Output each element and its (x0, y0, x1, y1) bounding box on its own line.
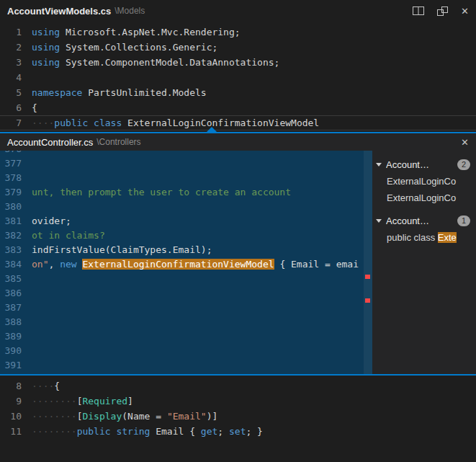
code-text: namespace PartsUnlimited.Models (32, 85, 207, 100)
open-changes-icon[interactable] (437, 6, 448, 16)
line-number: 381 (0, 214, 22, 228)
active-file-path: \Models (114, 6, 145, 16)
reference-group-label: Account… (386, 159, 429, 170)
code-text: using System.ComponentModel.DataAnnotati… (32, 55, 279, 70)
reference-count-badge: 1 (457, 216, 470, 226)
code-line[interactable]: 391 (0, 358, 372, 373)
code-line[interactable]: 380 (0, 200, 372, 214)
peek-scrollbar[interactable] (364, 151, 372, 374)
code-line[interactable]: 378 (0, 171, 372, 185)
line-number: 380 (0, 200, 22, 214)
split-editor-icon[interactable] (413, 6, 424, 15)
code-token: set (229, 426, 246, 437)
line-number: 4 (0, 70, 22, 85)
code-token: )] (207, 411, 218, 422)
close-peek-icon[interactable]: ✕ (461, 138, 469, 147)
line-number: 3 (0, 55, 22, 70)
code-token (88, 117, 94, 128)
line-number: 8 (0, 378, 22, 394)
code-token: using (32, 42, 60, 53)
code-line[interactable]: 381ovider; (0, 214, 372, 228)
code-line[interactable]: 1using Microsoft.AspNet.Mvc.Rendering; (0, 25, 476, 40)
line-number: 391 (0, 358, 22, 373)
code-line[interactable]: 392 (0, 373, 372, 374)
code-token: Required (82, 396, 127, 407)
code-line[interactable]: 377 (0, 156, 372, 171)
code-token: new (60, 259, 76, 270)
twistie-expanded-icon[interactable] (376, 163, 382, 166)
code-line[interactable]: 5namespace PartsUnlimited.Models (0, 85, 476, 100)
code-text: ········public string Email { get; set; … (32, 424, 263, 439)
code-line[interactable]: 10········[Display(Name = "Email")] (0, 409, 476, 424)
line-number: 388 (0, 315, 22, 329)
editor-bottom-section[interactable]: 8····{9········[Required]10········[Disp… (0, 376, 476, 439)
line-number: 384 (0, 257, 22, 272)
code-line[interactable]: 386 (0, 286, 372, 301)
code-token: public (54, 117, 88, 128)
code-token: { Email = emai (274, 259, 359, 270)
reference-match-highlight: Exte (438, 232, 457, 243)
code-line[interactable]: 2using System.Collections.Generic; (0, 40, 476, 55)
code-line[interactable]: 389 (0, 329, 372, 344)
code-line[interactable]: 387 (0, 301, 372, 315)
code-line[interactable]: 6{ (0, 100, 476, 115)
code-token: ···· (32, 381, 54, 391)
code-text: unt, then prompt the user to create an a… (32, 185, 291, 200)
line-number: 386 (0, 286, 22, 301)
code-token: System.Collections.Generic; (60, 42, 217, 53)
code-token: "Email" (167, 411, 207, 422)
code-line[interactable]: 9········[Required] (0, 394, 476, 409)
active-file-name: AccountViewModels.cs (7, 6, 111, 17)
code-line[interactable]: 382ot in claims? (0, 228, 372, 243)
code-text: using Microsoft.AspNet.Mvc.Rendering; (32, 25, 241, 40)
line-number: 379 (0, 185, 22, 200)
code-token: class (94, 117, 122, 128)
code-line[interactable]: 379unt, then prompt the user to create a… (0, 185, 372, 200)
line-number: 6 (0, 100, 22, 115)
code-token: ExternalLoginConfirmationViewModel (122, 117, 319, 128)
reference-item[interactable]: ExternalLoginCo (372, 173, 476, 190)
code-line[interactable]: 383indFirstValue(ClaimTypes.Email); (0, 243, 372, 257)
code-token: { (54, 381, 60, 391)
code-token: string (116, 426, 150, 437)
code-line[interactable]: 376 (0, 151, 372, 156)
code-token: Email { (150, 426, 200, 437)
reference-match-highlight: ExternalLoginConfirmationViewModel (82, 259, 274, 270)
code-line[interactable]: 388 (0, 315, 372, 329)
code-token: namespace (32, 87, 82, 98)
code-token: System.ComponentModel.DataAnnotations; (60, 57, 279, 68)
line-number: 389 (0, 329, 22, 344)
editor-top-section[interactable]: 1using Microsoft.AspNet.Mvc.Rendering;2u… (0, 22, 476, 130)
code-text: ········[Required] (32, 394, 133, 409)
reference-item-text: ExternalLoginCo (387, 176, 456, 187)
code-line[interactable]: 11········public string Email { get; set… (0, 424, 476, 439)
code-line[interactable]: 8····{ (0, 378, 476, 394)
code-token: ] (127, 396, 133, 407)
code-token: using (32, 27, 60, 37)
code-line[interactable]: 4 (0, 70, 476, 85)
code-text: using System.Collections.Generic; (32, 40, 217, 55)
reference-group-header[interactable]: Account…1 (372, 213, 476, 229)
reference-item[interactable]: public class Exte (372, 229, 476, 246)
line-number: 376 (0, 151, 22, 156)
code-token: Microsoft.AspNet.Mvc.Rendering; (60, 27, 240, 37)
close-editor-icon[interactable]: ✕ (461, 6, 469, 16)
code-token: get (201, 426, 217, 437)
twistie-expanded-icon[interactable] (376, 219, 382, 223)
code-token: ovider; (32, 216, 71, 226)
line-number: 11 (0, 424, 22, 439)
code-line[interactable]: 7····public class ExternalLoginConfirmat… (0, 115, 476, 130)
reference-item-text: public class (387, 232, 438, 243)
reference-item[interactable]: ExternalLoginCo (372, 190, 476, 206)
code-line[interactable]: 390 (0, 344, 372, 358)
peek-code-editor[interactable]: 376377378379unt, then prompt the user to… (0, 151, 372, 374)
code-line[interactable]: 384on", new ExternalLoginConfirmationVie… (0, 257, 372, 272)
overview-ruler-marker (365, 275, 370, 279)
peek-anchor-arrow (207, 127, 217, 132)
line-number: 5 (0, 85, 22, 100)
code-token: ········ (32, 396, 77, 407)
code-line[interactable]: 3using System.ComponentModel.DataAnnotat… (0, 55, 476, 70)
reference-group-header[interactable]: Account…2 (372, 156, 476, 173)
code-line[interactable]: 385 (0, 272, 372, 286)
code-token: PartsUnlimited.Models (82, 87, 206, 98)
